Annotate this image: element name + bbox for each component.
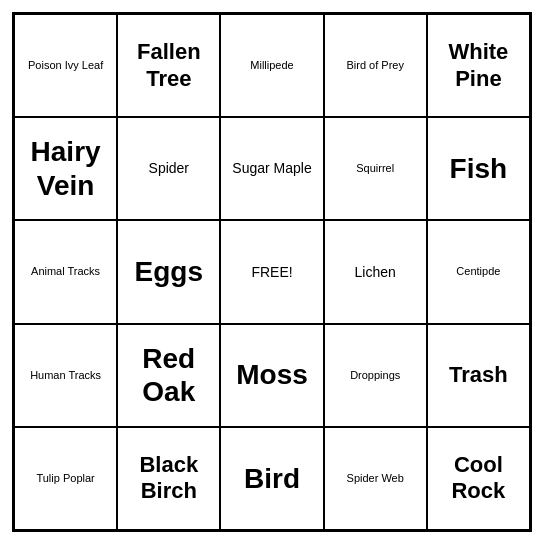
bingo-cell-24: Cool Rock — [427, 427, 530, 530]
bingo-cell-5: Hairy Vein — [14, 117, 117, 220]
bingo-cell-0: Poison Ivy Leaf — [14, 14, 117, 117]
bingo-cell-3: Bird of Prey — [324, 14, 427, 117]
bingo-cell-21: Black Birch — [117, 427, 220, 530]
bingo-cell-label: White Pine — [432, 39, 525, 92]
bingo-cell-label: Spider — [122, 160, 215, 177]
bingo-cell-14: Centipde — [427, 220, 530, 323]
bingo-cell-4: White Pine — [427, 14, 530, 117]
bingo-cell-label: Black Birch — [122, 452, 215, 505]
bingo-cell-label: Cool Rock — [432, 452, 525, 505]
bingo-cell-label: Fish — [432, 152, 525, 186]
bingo-cell-label: Bird — [225, 462, 318, 496]
bingo-cell-8: Squirrel — [324, 117, 427, 220]
bingo-cell-label: Animal Tracks — [19, 265, 112, 278]
bingo-cell-18: Droppings — [324, 324, 427, 427]
bingo-cell-11: Eggs — [117, 220, 220, 323]
bingo-cell-label: Squirrel — [329, 162, 422, 175]
bingo-cell-20: Tulip Poplar — [14, 427, 117, 530]
bingo-cell-10: Animal Tracks — [14, 220, 117, 323]
bingo-cell-22: Bird — [220, 427, 323, 530]
bingo-cell-7: Sugar Maple — [220, 117, 323, 220]
bingo-cell-label: Trash — [432, 362, 525, 388]
bingo-cell-13: Lichen — [324, 220, 427, 323]
bingo-cell-17: Moss — [220, 324, 323, 427]
bingo-cell-label: Sugar Maple — [225, 160, 318, 177]
bingo-cell-label: Poison Ivy Leaf — [19, 59, 112, 72]
bingo-cell-label: Hairy Vein — [19, 135, 112, 202]
bingo-cell-label: Tulip Poplar — [19, 472, 112, 485]
bingo-cell-2: Millipede — [220, 14, 323, 117]
bingo-cell-label: Red Oak — [122, 342, 215, 409]
bingo-cell-1: Fallen Tree — [117, 14, 220, 117]
bingo-board: Poison Ivy LeafFallen TreeMillipedeBird … — [12, 12, 532, 532]
bingo-cell-16: Red Oak — [117, 324, 220, 427]
bingo-cell-12: FREE! — [220, 220, 323, 323]
bingo-cell-15: Human Tracks — [14, 324, 117, 427]
bingo-cell-label: Bird of Prey — [329, 59, 422, 72]
bingo-cell-label: Moss — [225, 358, 318, 392]
bingo-cell-label: Droppings — [329, 369, 422, 382]
bingo-cell-label: Centipde — [432, 265, 525, 278]
bingo-cell-6: Spider — [117, 117, 220, 220]
bingo-cell-label: Spider Web — [329, 472, 422, 485]
bingo-cell-23: Spider Web — [324, 427, 427, 530]
bingo-cell-label: Lichen — [329, 264, 422, 281]
bingo-cell-label: Fallen Tree — [122, 39, 215, 92]
bingo-cell-label: Human Tracks — [19, 369, 112, 382]
bingo-cell-9: Fish — [427, 117, 530, 220]
bingo-cell-label: Millipede — [225, 59, 318, 72]
bingo-cell-label: Eggs — [122, 255, 215, 289]
bingo-cell-19: Trash — [427, 324, 530, 427]
bingo-cell-label: FREE! — [225, 264, 318, 281]
